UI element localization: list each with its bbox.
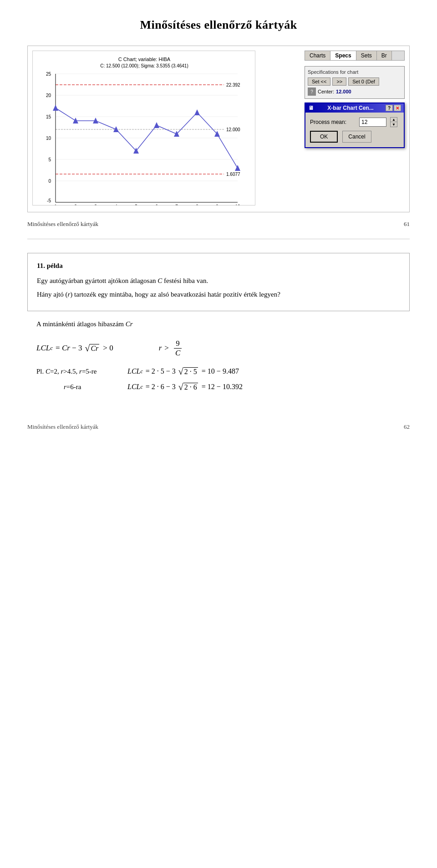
lcl-formula: LCL c = Cr − 3 √ Cr > 0 bbox=[36, 344, 113, 353]
chart-header: C Chart; variable: HIBA bbox=[118, 56, 171, 62]
center-value: 12.000 bbox=[336, 89, 351, 94]
pl-formula-2: LCLc = 2 · 6 − 3 √ 2 · 6 = 12 − 10.392 bbox=[127, 382, 243, 391]
dialog-close-btn[interactable]: ✕ bbox=[394, 105, 401, 111]
example-number: 11. példa bbox=[37, 261, 400, 271]
sqrt-2-6: √ 2 · 6 bbox=[178, 382, 198, 391]
svg-text:20: 20 bbox=[46, 93, 51, 98]
ok-button[interactable]: OK bbox=[310, 131, 338, 143]
specs-panel-title: Specifications for chart bbox=[308, 69, 401, 75]
chart-inner: C Chart; variable: HIBA C: 12.500 (12.00… bbox=[32, 51, 405, 207]
spinner-down-btn[interactable]: ▼ bbox=[391, 122, 397, 127]
center-label: Center: bbox=[318, 89, 334, 94]
page-1: Minősítéses ellenőrző kártyák C Chart; v… bbox=[0, 0, 437, 449]
specs-center-row: ? Center: 12.000 bbox=[308, 87, 401, 96]
page1-footer: Minősítéses ellenőrző kártyák 61 bbox=[27, 217, 410, 230]
page-2: 11. példa Egy autógyárban gyártott ajtók… bbox=[27, 253, 410, 431]
pl-label-2: r=6-ra bbox=[36, 383, 109, 391]
dialog-title-text: X-bar Chart Cen... bbox=[327, 105, 373, 111]
process-mean-row: Process mean: ▲ ▼ bbox=[310, 117, 399, 127]
footer-right-1: 61 bbox=[404, 221, 410, 228]
ucl-label: 22.392 bbox=[226, 82, 240, 87]
process-mean-spinner: ▲ ▼ bbox=[390, 117, 397, 127]
lcl-text: LCL bbox=[36, 344, 50, 353]
r-formula: r > 9 C bbox=[159, 339, 184, 358]
svg-text:6: 6 bbox=[155, 204, 158, 205]
chart-svg: C Chart; variable: HIBA C: 12.500 (12.00… bbox=[32, 51, 255, 205]
footer-left-1: Minősítéses ellenőrző kártyák bbox=[27, 221, 98, 228]
pl-result-2: = 12 − 10.392 bbox=[202, 383, 243, 391]
cl-label: 12.000 bbox=[226, 127, 240, 132]
chart-subheader: C: 12.500 (12.000); Sigma: 3.5355 (3.464… bbox=[100, 63, 188, 68]
dialog-body: Process mean: ▲ ▼ OK Cancel bbox=[305, 113, 404, 147]
example-text2: Hány ajtó (r) tartozék egy mintába, hogy… bbox=[37, 289, 400, 300]
tab-br[interactable]: Br bbox=[377, 51, 392, 60]
footer-left-2: Minősítéses ellenőrző kártyák bbox=[27, 423, 98, 431]
specs-panel: Specifications for chart Set << >> Set 0… bbox=[305, 66, 405, 99]
chart-right: Charts Specs Sets Br Specifications for … bbox=[305, 51, 405, 207]
svg-text:8: 8 bbox=[196, 204, 198, 205]
sqrt-cr: √ Cr bbox=[85, 344, 99, 353]
process-mean-input[interactable] bbox=[359, 118, 386, 127]
cancel-button[interactable]: Cancel bbox=[342, 131, 371, 143]
svg-text:2: 2 bbox=[74, 204, 77, 205]
lcl-sub: c bbox=[50, 344, 53, 352]
chart-container: C Chart; variable: HIBA C: 12.500 (12.00… bbox=[27, 46, 410, 212]
example-text1: Egy autógyárban gyártott ajtókon átlagos… bbox=[37, 276, 400, 286]
svg-text:3: 3 bbox=[94, 204, 97, 205]
formula-row-1: LCL c = Cr − 3 √ Cr > 0 r > 9 C bbox=[36, 339, 410, 358]
svg-text:5: 5 bbox=[135, 204, 137, 205]
frac-numerator: 9 bbox=[174, 339, 182, 349]
lcl-eq: = Cr − 3 bbox=[56, 344, 82, 353]
toolbar-tabs: Charts Specs Sets Br bbox=[305, 51, 405, 61]
footer-right-2: 62 bbox=[404, 423, 410, 431]
process-mean-label: Process mean: bbox=[310, 119, 356, 125]
tab-sets[interactable]: Sets bbox=[356, 51, 377, 60]
svg-text:4: 4 bbox=[115, 204, 117, 205]
example-box: 11. példa Egy autógyárban gyártott ajtók… bbox=[27, 253, 410, 311]
frac-denominator: C bbox=[173, 349, 182, 358]
svg-text:0: 0 bbox=[48, 179, 51, 184]
spinner-up-btn[interactable]: ▲ bbox=[391, 118, 397, 122]
svg-text:9: 9 bbox=[216, 204, 218, 205]
tab-specs[interactable]: Specs bbox=[330, 51, 356, 60]
chart-left: C Chart; variable: HIBA C: 12.500 (12.00… bbox=[32, 51, 300, 207]
page-divider-1 bbox=[27, 239, 410, 239]
set-next-btn[interactable]: >> bbox=[332, 77, 346, 86]
pl-result-1: = 10 − 9.487 bbox=[202, 367, 239, 375]
svg-text:15: 15 bbox=[46, 114, 51, 119]
pl-row-1: Pl. C=2, r>4.5, r=5-re LCLc = 2 · 5 − 3 … bbox=[36, 367, 410, 376]
math-intro: A mintánkénti átlagos hibaszám Cr bbox=[36, 320, 410, 328]
page-title-1: Minősítéses ellenőrző kártyák bbox=[27, 18, 410, 32]
xbar-dialog: 🖥 X-bar Chart Cen... ? ✕ Process mean: bbox=[305, 103, 405, 148]
dialog-titlebar-buttons: ? ✕ bbox=[386, 105, 401, 111]
sqrt-2-5: √ 2 · 5 bbox=[178, 367, 198, 376]
r-text: r bbox=[159, 344, 162, 353]
set-prev-btn[interactable]: Set << bbox=[308, 77, 330, 86]
svg-text:-5: -5 bbox=[47, 198, 51, 203]
svg-text:1: 1 bbox=[54, 204, 57, 205]
pl-formula-1: LCLc = 2 · 5 − 3 √ 2 · 5 = 10 − 9.487 bbox=[127, 367, 239, 376]
r-gt: > bbox=[164, 344, 169, 353]
lcl-label: 1.6077 bbox=[226, 172, 240, 177]
tab-charts[interactable]: Charts bbox=[305, 51, 330, 60]
svg-text:5: 5 bbox=[48, 157, 51, 162]
dialog-titlebar: 🖥 X-bar Chart Cen... ? ✕ bbox=[305, 103, 404, 113]
svg-rect-0 bbox=[33, 51, 255, 205]
svg-text:7: 7 bbox=[175, 204, 178, 205]
dialog-title-icon: 🖥 bbox=[308, 105, 314, 111]
dialog-buttons: OK Cancel bbox=[310, 131, 399, 143]
page2-footer: Minősítéses ellenőrző kártyák 62 bbox=[27, 419, 410, 431]
svg-text:25: 25 bbox=[46, 72, 51, 77]
dialog-help-btn[interactable]: ? bbox=[386, 105, 393, 111]
gt-zero: > 0 bbox=[103, 344, 113, 353]
pl-label-1: Pl. C=2, r>4.5, r=5-re bbox=[36, 368, 109, 375]
pl-row-2: r=6-ra LCLc = 2 · 6 − 3 √ 2 · 6 = 12 − 1… bbox=[36, 382, 410, 391]
specs-set-row: Set << >> Set 0 (Def bbox=[308, 77, 401, 86]
set-default-btn[interactable]: Set 0 (Def bbox=[348, 77, 379, 86]
frac-9-C: 9 C bbox=[173, 339, 182, 358]
svg-text:10: 10 bbox=[46, 136, 51, 141]
center-icon: ? bbox=[308, 87, 316, 96]
svg-text:10: 10 bbox=[235, 204, 240, 205]
